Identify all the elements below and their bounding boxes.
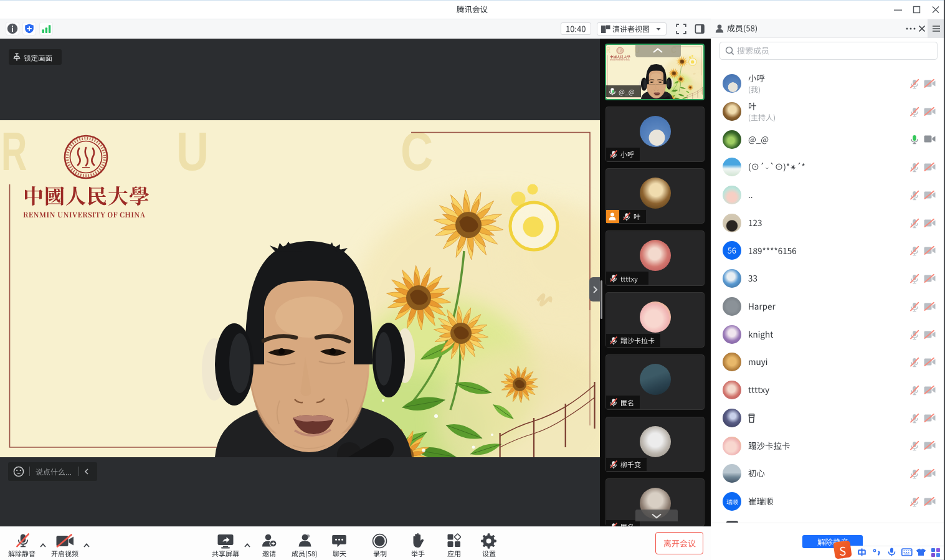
svg-text:R: R [1, 121, 27, 182]
svg-text:U: U [176, 120, 209, 181]
svg-text:C: C [401, 120, 433, 181]
svg-text:R: R [606, 45, 610, 55]
